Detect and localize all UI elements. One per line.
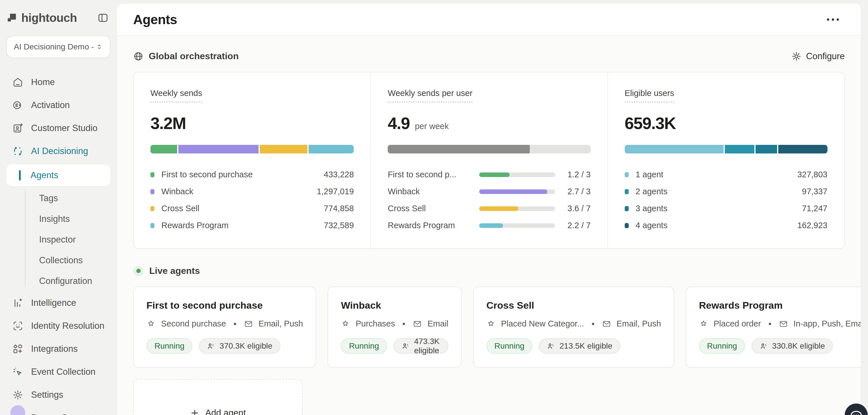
sidebar-item-activation[interactable]: Activation [6, 94, 111, 117]
sidebar-subitem-inspector[interactable]: Inspector [6, 229, 111, 250]
weekly-sends-legend: First to second purchase433,228Winback1,… [150, 166, 354, 234]
sidebar-item-label: Docs + Support [31, 413, 93, 415]
eligible-count-badge: 370.3K eligible [199, 338, 280, 354]
bar-segment-winback [178, 145, 258, 153]
legend-value: 774,858 [324, 204, 354, 213]
agent-card-cross-sell[interactable]: Cross SellPlaced New Categor...Email, Pu… [473, 286, 674, 368]
sidebar-subitem-collections[interactable]: Collections [6, 250, 111, 271]
meta-separator-dot [592, 323, 594, 325]
star-icon [699, 319, 708, 328]
sidebar-subitem-agents[interactable]: Agents [6, 164, 111, 186]
sidebar-item-ai-decisioning[interactable]: AI Decisioning [6, 140, 111, 163]
live-status-icon [133, 266, 144, 276]
agent-channels-label: In-app, Push, Email [794, 319, 861, 328]
per-user-row-fill [479, 172, 509, 177]
page-header: Agents [117, 4, 861, 36]
weekly-sends-legend-row: Cross Sell774,858 [150, 200, 354, 217]
global-orchestration-title: Global orchestration [149, 51, 239, 62]
legend-name: Rewards Program [161, 221, 229, 230]
chat-bubble-icon [849, 408, 864, 415]
add-agent-button[interactable]: Add agent [133, 379, 303, 415]
sidebar-item-event-collection[interactable]: Event Collection [6, 360, 111, 383]
sidebar-subitem-label: Collections [39, 255, 83, 266]
sidebar-collapse-button[interactable] [95, 10, 111, 25]
sidebar-item-home[interactable]: Home [6, 71, 111, 94]
sidebar-item-label: Identity Resolution [31, 321, 104, 331]
weekly-sends-value: 3.2M [150, 113, 186, 133]
agent-badge-row: Running473.3K eligible [341, 338, 448, 354]
agent-channels-label: Email, Push [617, 319, 661, 328]
meta-separator-dot [769, 323, 771, 325]
agent-card-winback[interactable]: WinbackPurchasesEmailRunning473.3K eligi… [328, 286, 462, 368]
per-user-row-name: Cross Sell [388, 204, 474, 213]
app-root: hightouch AI Decisioning Demo - ... Home… [0, 0, 868, 415]
per-user-row-fill [479, 223, 503, 228]
gear-icon [791, 51, 802, 62]
eligible-count-badge: 213.5K eligible [539, 338, 620, 354]
global-orchestration-header: Global orchestration Configure [133, 51, 845, 62]
per-user-row-value: 3.6 / 7 [563, 204, 591, 213]
bar-segment-4-agents [778, 145, 828, 153]
main-panel: Agents Global orchestration [117, 3, 861, 415]
star-icon [486, 319, 496, 328]
users-icon [207, 342, 215, 350]
settings-icon [12, 389, 24, 401]
page-more-menu-button[interactable] [821, 13, 845, 27]
configure-button[interactable]: Configure [791, 51, 845, 62]
live-agents-header: Live agents [133, 266, 845, 276]
legend-value: 732,589 [324, 221, 354, 230]
integrations-icon [12, 343, 24, 355]
sidebar-item-intelligence[interactable]: Intelligence [6, 291, 111, 314]
sidebar-item-integrations[interactable]: Integrations [6, 337, 111, 360]
sidebar-subitem-tags[interactable]: Tags [6, 188, 111, 209]
per-user-row-fill [479, 206, 518, 211]
mail-icon [244, 319, 253, 328]
customer-studio-icon [12, 123, 24, 134]
sidebar-item-settings[interactable]: Settings [6, 383, 111, 406]
per-user-value: 4.9 [388, 113, 409, 133]
legend-value: 1,297,019 [317, 187, 354, 196]
eligible-users-legend-row: 3 agents71,247 [625, 200, 828, 217]
agent-card-meta: PurchasesEmail [341, 319, 448, 328]
eligible-users-legend-row: 1 agent327,803 [625, 166, 828, 183]
bar-segment-rewards-program [309, 145, 354, 153]
activation-icon [12, 99, 24, 111]
per-user-row: Cross Sell3.6 / 7 [388, 200, 590, 217]
meta-separator-dot [403, 323, 405, 325]
sidebar-subitem-insights[interactable]: Insights [6, 209, 111, 229]
agent-card-meta: Second purchaseEmail, Push [146, 319, 303, 328]
sidebar-item-label: Event Collection [31, 367, 95, 377]
workspace-selector[interactable]: AI Decisioning Demo - ... [6, 36, 111, 58]
mail-icon [779, 319, 788, 328]
sidebar-item-label: Intelligence [31, 298, 76, 308]
per-user-column: Weekly sends per user 4.9 per week First… [370, 72, 607, 248]
bar-segment-2-agents [725, 145, 754, 153]
orchestration-card: Weekly sends 3.2M First to second purcha… [133, 72, 845, 249]
per-user-row-name: Winback [388, 187, 474, 196]
sidebar-item-identity-resolution[interactable]: Identity Resolution [6, 314, 111, 337]
intelligence-icon [12, 297, 24, 309]
bar-segment-cross-sell [260, 145, 307, 153]
legend-bullet [150, 189, 154, 194]
sidebar-subitem-label: Insights [39, 214, 70, 224]
logo-text: hightouch [21, 11, 77, 25]
sidebar-logo-row: hightouch [6, 9, 111, 27]
eligible-count-label: 213.5K eligible [559, 341, 612, 351]
running-status-badge: Running [699, 338, 745, 354]
sidebar-subitem-configuration[interactable]: Configuration [6, 271, 111, 291]
agent-card-rewards-program[interactable]: Rewards ProgramPlaced orderIn-app, Push,… [686, 286, 861, 368]
page-title: Agents [133, 12, 177, 27]
per-user-row: Winback2.7 / 3 [388, 183, 590, 200]
bar-segment-1-agent [625, 145, 724, 153]
bar-segment-3-agents [755, 145, 777, 153]
agent-trigger-label: Placed New Categor... [501, 319, 584, 328]
per-user-label: Weekly sends per user [388, 89, 472, 103]
agent-card-first-to-second-purchase[interactable]: First to second purchaseSecond purchaseE… [133, 286, 316, 368]
sidebar-subitem-label: Inspector [39, 235, 76, 245]
weekly-sends-legend-row: Winback1,297,019 [150, 183, 354, 200]
sidebar-subitem-label: Configuration [39, 276, 92, 286]
legend-name: Cross Sell [161, 204, 199, 213]
sidebar-item-customer-studio[interactable]: Customer Studio [6, 117, 111, 140]
agent-channels-label: Email, Push [258, 319, 303, 328]
running-status-badge: Running [341, 338, 387, 354]
